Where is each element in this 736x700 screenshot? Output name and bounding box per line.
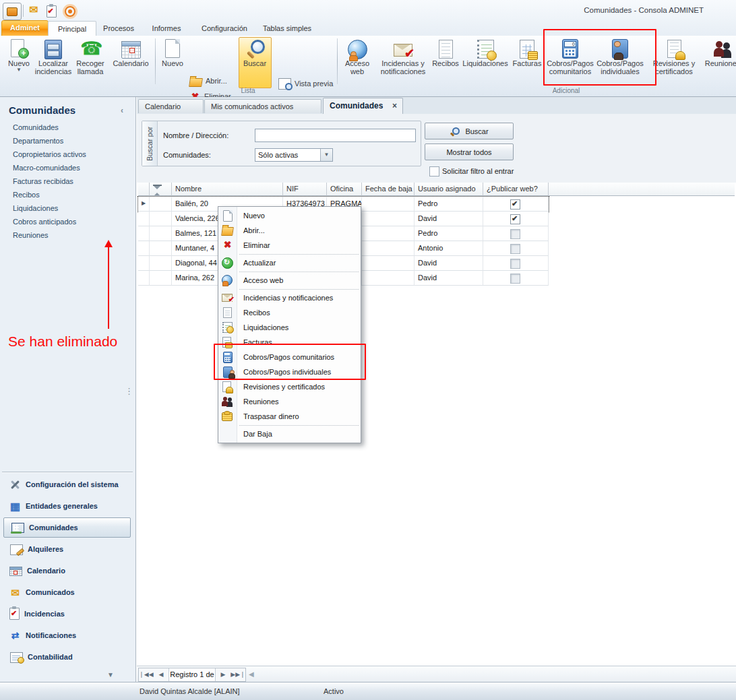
sidebar-item-cobros-anticipados[interactable]: Cobros anticipados [13, 215, 76, 228]
publicar-web-checkbox[interactable] [510, 214, 520, 224]
header-publicar-web[interactable]: ¿Publicar web? [483, 183, 549, 196]
menu-item-recibos[interactable]: Recibos [218, 305, 361, 320]
ribbon-vista-previa-button[interactable]: Vista previa [278, 77, 333, 90]
publicar-web-checkbox[interactable] [510, 244, 520, 254]
nav-item-notificaciones[interactable]: ⇄ Notificaciones [3, 625, 131, 645]
ledger-icon [10, 652, 23, 663]
ribbon-buscar-button[interactable]: Buscar [240, 38, 270, 86]
quick-incidents-button[interactable] [43, 3, 59, 18]
collapse-chevron-icon[interactable]: ‹ [121, 106, 123, 115]
ribbon-liquidaciones-button[interactable]: Liquidaciones [462, 38, 508, 86]
review-bell-icon [667, 40, 681, 58]
header-usuario[interactable]: Usuario asignado [415, 183, 483, 196]
ribbon-acceso-web-button[interactable]: Acceso web [341, 38, 373, 86]
publicar-web-checkbox[interactable] [510, 199, 520, 210]
nav-item-comunidades[interactable]: Comunidades [3, 517, 131, 538]
ribbon-incidencias-button[interactable]: Incidencias y notificaciones [377, 38, 429, 86]
ribbon-reuniones-button[interactable]: Reuniones [702, 38, 736, 86]
annotation-box-menu [214, 344, 366, 380]
communities-select[interactable]: Sólo activas ▼ [255, 148, 333, 162]
row-current-arrow: ▶ [138, 197, 150, 212]
sidebar-item-comunidades[interactable]: Comunidades [13, 121, 59, 134]
sidebar-title: Comunidades [9, 104, 75, 116]
doc-tab-calendario[interactable]: Calendario [138, 99, 204, 113]
menu-item-liquidaciones[interactable]: Liquidaciones [218, 320, 361, 335]
nav-item-contabilidad[interactable]: Contabilidad [3, 647, 131, 667]
header-hourglass[interactable] [150, 183, 172, 196]
header-fecha-baja[interactable]: Fecha de baja [362, 183, 415, 196]
splitter-grip[interactable]: ⋮ [125, 389, 133, 393]
nav-overflow-chevron-icon[interactable]: ▼ [107, 671, 114, 678]
quick-broadcast-button[interactable] [62, 3, 78, 18]
menu-item-nuevo[interactable]: Nuevo [218, 208, 361, 223]
nav-item-entidades-generales[interactable]: ▦ Entidades generales [3, 496, 131, 516]
header-nif[interactable]: NIF [283, 183, 327, 196]
sidebar-item-departamentos[interactable]: Departamentos [13, 134, 63, 148]
menu-item-dar-baja[interactable]: Dar Baja [218, 426, 361, 441]
ribbon-facturas-button[interactable]: Facturas [510, 38, 544, 86]
menu-item-revisiones[interactable]: Revisiones y certificados [218, 379, 361, 394]
solicitar-filtro-checkbox[interactable] [429, 166, 439, 177]
ribbon-localizar-incidencias-button[interactable]: Localizar incidencias [35, 38, 71, 86]
ribbon-nuevo-lista-button[interactable]: Nuevo [159, 38, 186, 86]
name-address-input[interactable] [255, 129, 416, 142]
ribbon-calendario-button[interactable]: Calendario [109, 38, 152, 86]
nav-item-incidencias[interactable]: Incidencias [3, 604, 131, 624]
nav-item-comunicados[interactable]: ✉ Comunicados [3, 582, 131, 602]
sidebar-item-recibos[interactable]: Recibos [13, 188, 40, 201]
next-record-button[interactable]: ▶ [216, 668, 231, 681]
prev-record-button[interactable]: ◀ [154, 668, 168, 681]
mostrar-todos-button[interactable]: Mostrar todos [425, 144, 514, 160]
header-nombre[interactable]: Nombre [172, 183, 283, 196]
nav-item-alquileres[interactable]: Alquileres [3, 539, 131, 559]
header-oficina[interactable]: Oficina [327, 183, 362, 196]
menu-item-eliminar[interactable]: ✖Eliminar [218, 238, 361, 253]
quick-mail-button[interactable]: ✉ [26, 3, 42, 18]
publicar-web-checkbox[interactable] [510, 259, 520, 269]
tab-close-icon[interactable]: × [392, 100, 397, 111]
sidebar-item-macro-comunidades[interactable]: Macro-comunidades [13, 161, 80, 174]
buscar-por-tab[interactable]: Buscar por [142, 121, 158, 166]
ribbon-tab-configuracion[interactable]: Configuración [193, 21, 256, 36]
ribbon-tab-procesos[interactable]: Procesos [96, 21, 142, 36]
ribbon-abrir-button[interactable]: Abrir... [189, 75, 227, 87]
sidebar-item-facturas-recibidas[interactable]: Facturas recibidas [13, 174, 73, 188]
doc-tab-comunidades[interactable]: Comunidades × [323, 98, 403, 114]
hscroll-left-arrow[interactable]: ◀ [249, 670, 254, 678]
ribbon-recoger-llamada-button[interactable]: ☎ Recoger llamada [73, 38, 108, 86]
calendar-icon [121, 41, 141, 59]
app-menu-button[interactable] [3, 3, 22, 20]
menu-item-actualizar[interactable]: Actualizar [218, 255, 361, 270]
sidebar-item-copropietarios[interactable]: Copropietarios activos [13, 148, 86, 161]
status-state: Activo [324, 687, 344, 695]
menu-item-abrir[interactable]: Abrir... [218, 223, 361, 238]
ribbon-tab-principal[interactable]: Principal [48, 21, 96, 36]
search-icon [245, 38, 265, 59]
menu-item-traspasar-dinero[interactable]: Traspasar dinero [218, 409, 361, 424]
menu-item-reuniones[interactable]: Reuniones [218, 394, 361, 409]
first-record-button[interactable]: ❘◀◀ [139, 668, 154, 681]
nav-item-configuracion-sistema[interactable]: Configuración del sistema [3, 474, 131, 495]
annotation-text: Se han eliminado [8, 333, 117, 350]
ribbon-tab-informes[interactable]: Informes [143, 21, 190, 36]
buscar-button[interactable]: Buscar [425, 123, 514, 139]
chevron-down-icon[interactable]: ▼ [320, 149, 332, 161]
ribbon-nuevo-button[interactable]: Nuevo ▼ [4, 38, 34, 86]
rental-doc-icon [10, 544, 23, 555]
chevron-down-icon: ▼ [16, 67, 22, 72]
ribbon-recibos-button[interactable]: Recibos [430, 38, 461, 86]
sidebar-item-liquidaciones[interactable]: Liquidaciones [13, 201, 58, 215]
nav-item-calendario[interactable]: Calendario [3, 561, 131, 581]
last-record-button[interactable]: ▶▶❘ [231, 668, 245, 681]
ribbon-tab-tablas-simples[interactable]: Tablas simples [257, 21, 317, 36]
incidents-icon [394, 44, 412, 57]
menu-item-incidencias[interactable]: Incidencias y notificaciones [218, 290, 361, 305]
publicar-web-checkbox[interactable] [510, 229, 520, 239]
doc-tab-mis-comunicados[interactable]: Mis comunicados activos [204, 99, 321, 113]
menu-item-acceso-web[interactable]: Acceso web [218, 273, 361, 288]
record-counter: Registro 1 de 6 [168, 668, 216, 681]
publicar-web-checkbox[interactable] [510, 274, 520, 284]
sidebar-item-reuniones[interactable]: Reuniones [13, 228, 49, 242]
file-tab-adminet[interactable]: Adminet [1, 20, 49, 37]
ribbon-group-separator [337, 38, 338, 84]
